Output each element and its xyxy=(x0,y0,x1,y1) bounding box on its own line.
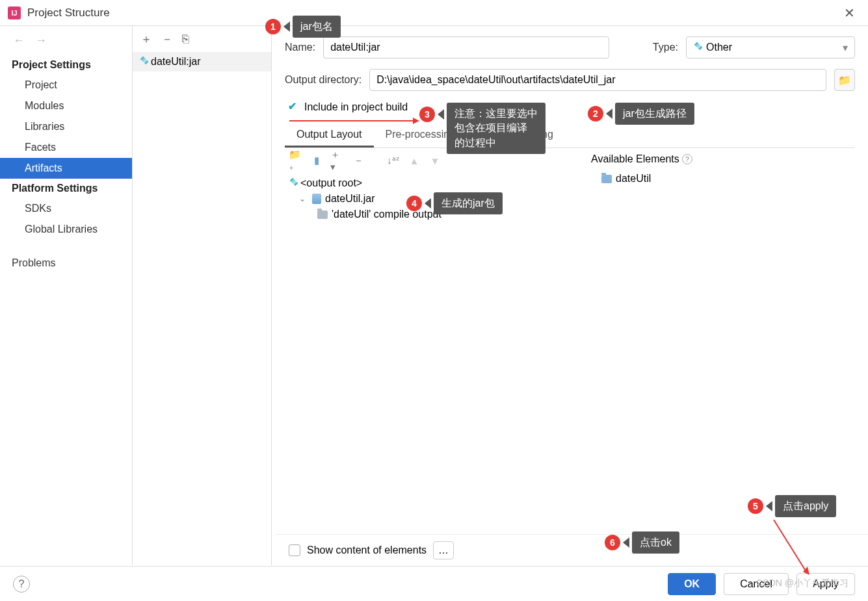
watermark: CSDN @小丫头爱学习 xyxy=(756,578,848,589)
annotation-4: 4 生成的jar包 xyxy=(406,192,503,214)
annotation-text: jar包名 xyxy=(293,16,341,38)
type-value: Other xyxy=(706,42,732,53)
artifact-label: dateUtil:jar xyxy=(151,56,200,68)
name-label: Name: xyxy=(285,42,315,53)
footer: ? OK Cancel Apply xyxy=(0,566,868,601)
include-build-checkbox[interactable]: Include in project build xyxy=(285,101,855,113)
add-folder-icon[interactable]: 📁₊ xyxy=(289,153,303,168)
annotation-badge: 1 xyxy=(265,19,281,34)
type-icon xyxy=(692,42,703,53)
annotation-text: 点击ok xyxy=(632,531,679,554)
annotation-badge: 4 xyxy=(406,196,422,211)
annotation-badge: 6 xyxy=(605,535,620,550)
red-arrow-icon xyxy=(767,513,813,578)
annotation-text: 注意：这里要选中 包含在项目编译 的过程中 xyxy=(447,103,546,154)
red-arrow-icon xyxy=(289,114,419,127)
sidebar-item-project[interactable]: Project xyxy=(0,75,132,96)
chevron-down-icon[interactable]: ⌄ xyxy=(299,194,308,203)
chevron-down-icon: ▾ xyxy=(843,42,848,54)
tree-root[interactable]: <output root> xyxy=(285,175,582,191)
forward-icon[interactable]: → xyxy=(35,34,47,47)
artifact-icon xyxy=(138,57,149,68)
remove-icon[interactable]: － xyxy=(161,31,173,47)
remove-item-icon[interactable]: － xyxy=(351,153,365,168)
elements-more-button[interactable]: … xyxy=(433,541,454,559)
annotation-3: 3 注意：这里要选中 包含在项目编译 的过程中 xyxy=(419,103,546,154)
browse-folder-icon[interactable]: 📁 xyxy=(834,69,855,91)
annotation-badge: 5 xyxy=(748,498,763,514)
platform-settings-header: Platform Settings xyxy=(0,179,132,198)
folder-icon xyxy=(317,211,328,219)
annotation-2: 2 jar包生成路径 xyxy=(588,103,694,125)
close-icon[interactable]: ✕ xyxy=(839,5,860,21)
checkmark-icon xyxy=(287,101,299,113)
jar-icon xyxy=(312,194,321,204)
type-label: Type: xyxy=(653,42,678,53)
artifact-list: ＋ － ⎘ dateUtil:jar xyxy=(133,26,272,565)
annotation-5: 5 点击apply xyxy=(748,495,836,517)
output-dir-input[interactable] xyxy=(369,69,826,91)
output-dir-label: Output directory: xyxy=(285,74,362,86)
annotation-6: 6 点击ok xyxy=(605,531,679,554)
window-title: Project Structure xyxy=(27,6,110,19)
sidebar-item-global-libraries[interactable]: Global Libraries xyxy=(0,219,132,240)
type-select[interactable]: Other ▾ xyxy=(686,36,855,58)
include-build-label: Include in project build xyxy=(304,101,408,113)
add-archive-icon[interactable]: ▮ xyxy=(309,153,324,168)
available-header-label: Available Elements xyxy=(591,153,679,165)
module-folder-icon xyxy=(601,175,612,183)
output-root-icon xyxy=(287,178,298,189)
annotation-badge: 2 xyxy=(588,106,603,121)
sidebar-item-libraries[interactable]: Libraries xyxy=(0,116,132,137)
help-icon[interactable]: ? xyxy=(682,154,692,164)
tree-root-label: <output root> xyxy=(300,177,362,189)
available-item-label: dateUtil xyxy=(616,173,651,185)
help-button[interactable]: ? xyxy=(13,576,30,593)
svg-marker-1 xyxy=(413,118,419,124)
svg-line-2 xyxy=(774,520,806,572)
app-icon: IJ xyxy=(8,6,21,19)
annotation-badge: 3 xyxy=(419,107,435,122)
detail-panel: Name: Type: Other ▾ Output directory: 📁 xyxy=(272,26,868,565)
annotation-text: 生成的jar包 xyxy=(434,192,503,214)
titlebar: IJ Project Structure ✕ xyxy=(0,0,868,26)
add-icon[interactable]: ＋ xyxy=(140,31,152,47)
project-settings-header: Project Settings xyxy=(0,55,132,75)
copy-icon[interactable]: ⎘ xyxy=(182,32,189,46)
available-item[interactable]: dateUtil xyxy=(588,170,848,187)
show-content-label: Show content of elements xyxy=(307,544,427,556)
sidebar-item-problems[interactable]: Problems xyxy=(0,253,132,274)
ok-button[interactable]: OK xyxy=(668,573,716,595)
sidebar-item-sdks[interactable]: SDKs xyxy=(0,198,132,219)
annotation-text: jar包生成路径 xyxy=(615,103,694,125)
sidebar-item-facets[interactable]: Facets xyxy=(0,137,132,158)
sidebar-item-artifacts[interactable]: Artifacts xyxy=(0,158,132,179)
sidebar-item-modules[interactable]: Modules xyxy=(0,96,132,116)
available-elements-panel: Available Elements ? dateUtil xyxy=(582,148,855,555)
tree-jar-label: dateUtil.jar xyxy=(325,193,375,205)
move-down-icon[interactable]: ▼ xyxy=(428,153,442,168)
add-copy-icon[interactable]: ＋▾ xyxy=(330,153,345,168)
sort-icon[interactable]: ↓ᵃᶻ xyxy=(386,153,401,168)
annotation-text: 点击apply xyxy=(775,495,836,517)
back-icon[interactable]: ← xyxy=(13,34,25,47)
move-up-icon[interactable]: ▲ xyxy=(407,153,421,168)
artifact-list-item[interactable]: dateUtil:jar xyxy=(133,52,271,71)
show-content-checkbox[interactable] xyxy=(289,544,300,556)
name-input[interactable] xyxy=(323,36,609,58)
annotation-1: 1 jar包名 xyxy=(265,16,341,38)
sidebar: ← → Project Settings Project Modules Lib… xyxy=(0,26,133,565)
